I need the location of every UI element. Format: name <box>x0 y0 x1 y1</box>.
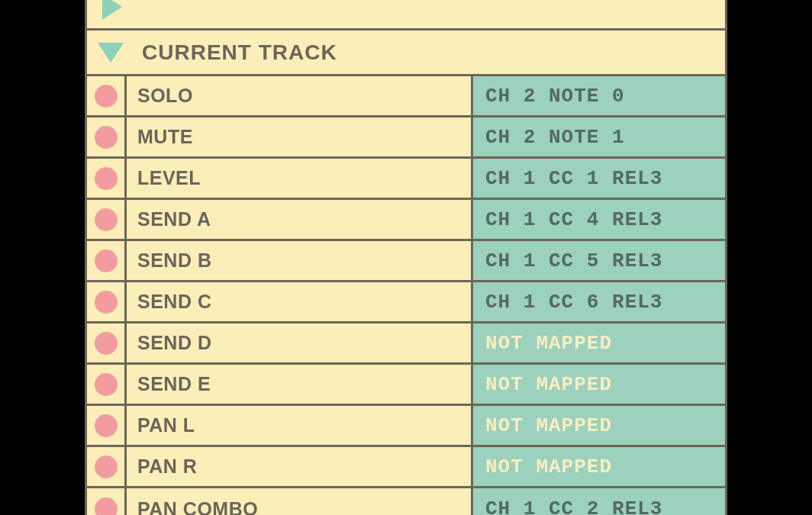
record-indicator-cell[interactable] <box>87 282 127 321</box>
record-dot-icon <box>95 208 118 231</box>
mapping-value[interactable]: CH 2 NOTE 1 <box>473 117 725 156</box>
parameter-label: SEND C <box>127 282 473 321</box>
mapping-value[interactable]: CH 1 CC 4 REL3 <box>473 200 725 239</box>
parameter-label: LEVEL <box>127 159 473 198</box>
parameter-label: SEND B <box>127 241 473 280</box>
mapping-value[interactable]: CH 1 CC 5 REL3 <box>473 241 725 280</box>
mapping-rows-container: SOLOCH 2 NOTE 0MUTECH 2 NOTE 1LEVELCH 1 … <box>87 76 725 515</box>
section-title-current-track: CURRENT TRACK <box>142 40 337 65</box>
parameter-label: SEND A <box>127 200 473 239</box>
expand-right-icon <box>102 0 122 20</box>
parameter-label: MUTE <box>127 117 473 156</box>
record-indicator-cell[interactable] <box>87 406 127 445</box>
parameter-label: SEND E <box>127 365 473 404</box>
mapping-value[interactable]: CH 1 CC 1 REL3 <box>473 159 725 198</box>
record-dot-icon <box>95 249 118 272</box>
record-dot-icon <box>95 497 118 515</box>
mapping-value[interactable]: CH 1 CC 6 REL3 <box>473 282 725 321</box>
record-dot-icon <box>95 167 118 190</box>
record-indicator-cell[interactable] <box>87 365 127 404</box>
mapping-value[interactable]: NOT MAPPED <box>473 365 725 404</box>
midi-mapping-panel: CURRENT TRACK SOLOCH 2 NOTE 0MUTECH 2 NO… <box>85 0 727 515</box>
mapping-row[interactable]: SEND ACH 1 CC 4 REL3 <box>87 200 725 241</box>
record-indicator-cell[interactable] <box>87 117 127 156</box>
parameter-label: PAN COMBO <box>127 488 473 515</box>
record-dot-icon <box>95 332 118 355</box>
section-header-current-track[interactable]: CURRENT TRACK <box>87 31 725 76</box>
mapping-row[interactable]: PAN COMBOCH 1 CC 2 REL3 <box>87 488 725 515</box>
mapping-value[interactable]: NOT MAPPED <box>473 447 725 486</box>
parameter-label: SOLO <box>127 76 473 115</box>
mapping-row[interactable]: SOLOCH 2 NOTE 0 <box>87 76 725 117</box>
expand-down-icon <box>98 43 124 63</box>
record-indicator-cell[interactable] <box>87 323 127 362</box>
mapping-value[interactable]: CH 2 NOTE 0 <box>473 76 725 115</box>
record-indicator-cell[interactable] <box>87 241 127 280</box>
mapping-row[interactable]: LEVELCH 1 CC 1 REL3 <box>87 159 725 200</box>
record-indicator-cell[interactable] <box>87 159 127 198</box>
mapping-value[interactable]: CH 1 CC 2 REL3 <box>473 488 725 515</box>
mapping-row[interactable]: PAN LNOT MAPPED <box>87 406 725 447</box>
record-dot-icon <box>95 126 118 149</box>
parameter-label: PAN L <box>127 406 473 445</box>
mapping-row[interactable]: SEND DNOT MAPPED <box>87 323 725 365</box>
record-indicator-cell[interactable] <box>87 488 127 515</box>
section-header-previous[interactable] <box>87 0 725 31</box>
parameter-label: SEND D <box>127 323 473 362</box>
mapping-row[interactable]: SEND BCH 1 CC 5 REL3 <box>87 241 725 282</box>
record-dot-icon <box>95 455 118 478</box>
record-indicator-cell[interactable] <box>87 76 127 115</box>
record-dot-icon <box>95 291 118 314</box>
mapping-row[interactable]: SEND ENOT MAPPED <box>87 365 725 406</box>
record-indicator-cell[interactable] <box>87 200 127 239</box>
record-indicator-cell[interactable] <box>87 447 127 486</box>
mapping-row[interactable]: MUTECH 2 NOTE 1 <box>87 117 725 159</box>
mapping-row[interactable]: SEND CCH 1 CC 6 REL3 <box>87 282 725 323</box>
mapping-value[interactable]: NOT MAPPED <box>473 406 725 445</box>
parameter-label: PAN R <box>127 447 473 486</box>
record-dot-icon <box>95 85 118 108</box>
record-dot-icon <box>95 373 118 396</box>
mapping-value[interactable]: NOT MAPPED <box>473 323 725 362</box>
mapping-row[interactable]: PAN RNOT MAPPED <box>87 447 725 488</box>
record-dot-icon <box>95 414 118 437</box>
